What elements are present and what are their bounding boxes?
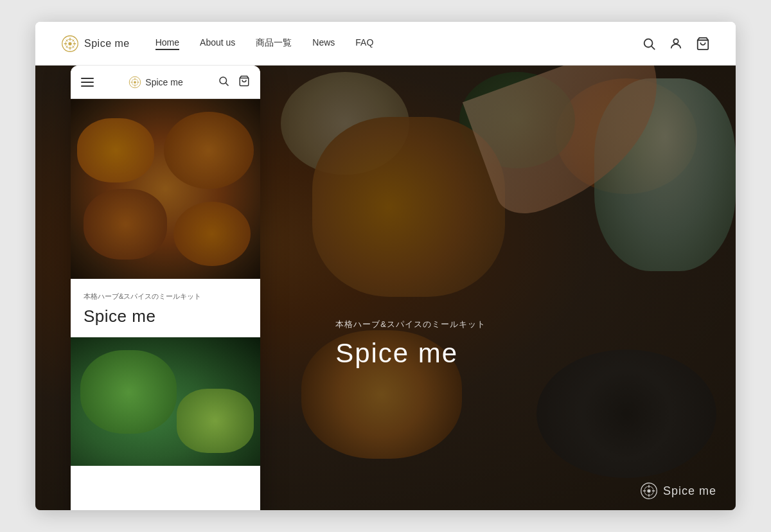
header-icons (642, 37, 710, 51)
mobile-preview-card: Spice me (71, 66, 260, 510)
hero-title: Spice me (335, 338, 486, 369)
mobile-food-green-2 (177, 389, 254, 453)
watermark-text: Spice me (663, 484, 716, 498)
bottom-watermark: Spice me (640, 482, 716, 500)
svg-point-1 (68, 42, 71, 45)
hero-text: 本格ハーブ&スパイスのミールキット Spice me (335, 319, 486, 369)
logo-icon (61, 35, 79, 53)
svg-point-4 (673, 39, 678, 43)
nav-about[interactable]: About us (200, 37, 235, 50)
mobile-header: Spice me (71, 66, 260, 99)
hero-subtitle: 本格ハーブ&スパイスのミールキット (335, 319, 486, 330)
watermark-logo-icon (640, 482, 658, 500)
nav-faq[interactable]: FAQ (355, 37, 373, 50)
svg-point-7 (134, 81, 136, 84)
mobile-search-icon[interactable] (218, 75, 229, 89)
svg-line-3 (651, 46, 655, 49)
mobile-hero-image (71, 99, 260, 279)
mobile-food-dark (71, 99, 260, 279)
mobile-cart-icon[interactable] (238, 75, 250, 89)
mobile-logo-text: Spice me (145, 77, 182, 87)
nav-home[interactable]: Home (155, 37, 179, 50)
mobile-content: 本格ハーブ&スパイスのミールキット Spice me (71, 279, 260, 337)
search-icon[interactable] (642, 37, 656, 51)
logo-text: Spice me (84, 38, 130, 49)
mobile-content-subtitle: 本格ハーブ&スパイスのミールキット (84, 292, 247, 301)
svg-point-12 (647, 489, 650, 492)
site-header: Spice me Home About us 商品一覧 News FAQ (35, 22, 736, 66)
logo-area[interactable]: Spice me (61, 35, 130, 53)
account-icon[interactable] (669, 37, 683, 51)
mobile-content-title: Spice me (84, 306, 247, 326)
hero-section: 本格ハーブ&スパイスのミールキット Spice me (35, 66, 736, 510)
mobile-header-icons (218, 75, 250, 89)
cart-icon[interactable] (696, 37, 710, 51)
mobile-logo-area: Spice me (128, 76, 182, 89)
browser-window: Spice me Home About us 商品一覧 News FAQ (35, 22, 736, 510)
mobile-food-green-1 (80, 350, 177, 434)
nav-products[interactable]: 商品一覧 (256, 37, 292, 50)
main-nav: Home About us 商品一覧 News FAQ (155, 37, 642, 50)
mobile-second-image (71, 337, 260, 466)
svg-point-8 (220, 77, 227, 84)
nav-news[interactable]: News (312, 37, 335, 50)
svg-point-2 (644, 39, 653, 47)
mobile-logo-icon (128, 76, 141, 89)
svg-line-9 (226, 83, 228, 85)
mobile-menu-icon[interactable] (81, 78, 94, 87)
